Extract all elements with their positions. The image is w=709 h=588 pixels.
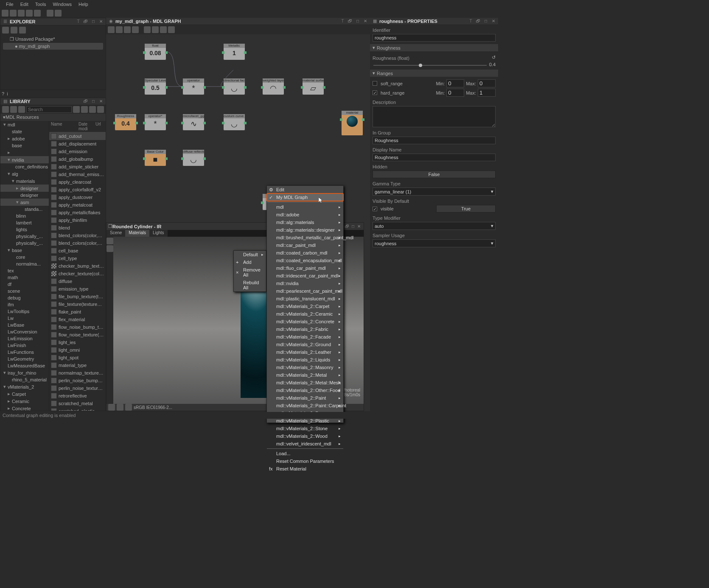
- library-item[interactable]: scratched_metal: [49, 400, 106, 407]
- home-icon[interactable]: [2, 106, 9, 113]
- graph-item[interactable]: ● my_mdl_graph: [3, 43, 103, 50]
- tab-scene[interactable]: Scene: [106, 230, 125, 237]
- tree-item[interactable]: LwGeometry: [0, 356, 49, 362]
- menu-item[interactable]: Reset Common Parameters: [267, 457, 343, 465]
- tree-item[interactable]: ▸Carpet: [0, 390, 49, 398]
- menu-item[interactable]: mdl::vMaterials_2::Stone: [267, 425, 343, 432]
- tree-item[interactable]: LwFunctions: [0, 349, 49, 356]
- library-item[interactable]: blend_colors(color,col...: [49, 239, 106, 247]
- restore-icon[interactable]: 🗗: [83, 19, 89, 25]
- library-item[interactable]: apply_metallicflakes: [49, 209, 106, 216]
- library-item[interactable]: emission_type: [49, 285, 106, 293]
- package-root[interactable]: ❒ Unsaved Package*: [3, 36, 103, 43]
- menu-item[interactable]: mdl: [267, 203, 343, 211]
- tree-item[interactable]: standa...: [0, 206, 49, 213]
- menu-item[interactable]: mdl::alg::materials::designer: [267, 226, 343, 234]
- tree-item[interactable]: ▾asm: [0, 199, 49, 206]
- menu-item[interactable]: +Add: [234, 258, 266, 266]
- library-item[interactable]: file_bump_texture(text...: [49, 293, 106, 300]
- menu-item[interactable]: mdl::car_paint_mdl: [267, 241, 343, 249]
- tool-icon[interactable]: [2, 27, 9, 34]
- library-item[interactable]: checker_texture(color,c...: [49, 270, 106, 277]
- library-item[interactable]: apply_clearcoat: [49, 178, 106, 186]
- tree-item[interactable]: LwFinish: [0, 342, 49, 349]
- sampler-select[interactable]: roughness▾: [373, 239, 496, 247]
- tree-item[interactable]: ▸Ceramic: [0, 398, 49, 405]
- graph-node-n_mat[interactable]: material: [341, 110, 363, 136]
- view-icon[interactable]: [89, 106, 96, 113]
- menu-item[interactable]: mdl::adobe: [267, 211, 343, 218]
- tab-materials[interactable]: Materials: [125, 230, 149, 237]
- tree-item[interactable]: lambert: [0, 219, 49, 226]
- library-item[interactable]: cell_type: [49, 255, 106, 262]
- close-icon[interactable]: ✕: [362, 18, 368, 24]
- tree-item[interactable]: ▾base: [0, 246, 49, 254]
- graph-node-n_base[interactable]: Base Color■: [144, 149, 166, 166]
- col-url[interactable]: Url: [95, 122, 104, 131]
- hard-max-input[interactable]: [478, 89, 496, 97]
- tool-icon[interactable]: [10, 10, 17, 17]
- menu-item[interactable]: ⚙Edit: [267, 186, 343, 193]
- graph-node-n_wl[interactable]: weighted layer◠: [262, 78, 284, 95]
- tree-item[interactable]: ▸designer: [0, 185, 49, 192]
- displayname-input[interactable]: Roughness: [373, 154, 496, 161]
- menu-item[interactable]: mdl::vMaterials_2::Paint::Carpaint: [267, 402, 343, 409]
- tree-item[interactable]: rhino_5_material: [0, 376, 49, 383]
- menu-item[interactable]: mdl::plastic_translucent_mdl: [267, 295, 343, 302]
- menu-item[interactable]: mdl::vMaterials_2::Other::Food: [267, 386, 343, 394]
- soft-range-checkbox[interactable]: [373, 81, 377, 86]
- hidden-button[interactable]: False: [373, 171, 496, 178]
- hard-range-checkbox[interactable]: [373, 90, 377, 95]
- tool-icon[interactable]: [19, 27, 26, 34]
- tree-item[interactable]: ▾nvidia: [0, 156, 49, 163]
- library-item[interactable]: cell_base: [49, 247, 106, 255]
- tree-item[interactable]: scene: [0, 288, 49, 294]
- library-item[interactable]: light_spot: [49, 354, 106, 361]
- library-item[interactable]: blend_colors(color,colo...: [49, 232, 106, 239]
- max-icon[interactable]: □: [483, 18, 489, 24]
- tool-icon[interactable]: [125, 404, 132, 411]
- menu-item[interactable]: mdl::coated_carbon_mdl: [267, 249, 343, 257]
- tree-item[interactable]: tex: [0, 267, 49, 274]
- tab-lights[interactable]: Lights: [149, 230, 168, 237]
- menu-item[interactable]: mdl::vMaterials_2::Leather: [267, 348, 343, 356]
- tree-item[interactable]: ▾alg: [0, 170, 49, 177]
- tree-item[interactable]: core_definitions: [0, 163, 49, 170]
- tree-item[interactable]: LwBase: [0, 322, 49, 328]
- menu-item[interactable]: mdl::vMaterials_2::Wood: [267, 432, 343, 440]
- tree-item[interactable]: ▸: [0, 149, 49, 156]
- library-item[interactable]: add_globalbump: [49, 155, 106, 163]
- graph-node-n_rough[interactable]: Roughness0.4: [115, 114, 137, 131]
- tree-item[interactable]: ▾mdl: [0, 121, 49, 128]
- menu-item[interactable]: mdl::vMaterials_2::Liquids: [267, 356, 343, 364]
- menu-item[interactable]: mdl::pearlescent_car_paint_mdl: [267, 287, 343, 295]
- menu-file[interactable]: File: [3, 1, 17, 8]
- tree-item[interactable]: ▾iray_for_rhino: [0, 369, 49, 376]
- library-item[interactable]: file_texture(texture_2d,...: [49, 300, 106, 308]
- tool-icon[interactable]: [152, 26, 159, 33]
- info-icon[interactable]: i: [7, 91, 8, 96]
- tree-item[interactable]: LwTooltips: [0, 308, 49, 315]
- tool-icon[interactable]: [108, 26, 115, 33]
- menu-item[interactable]: mdl::coated_encapsulation_mdl: [267, 257, 343, 264]
- close-icon[interactable]: ✕: [490, 18, 496, 24]
- menu-item[interactable]: Load...: [267, 450, 343, 457]
- gamma-select[interactable]: gamma_linear (1)▾: [373, 188, 496, 196]
- menu-item[interactable]: mdl::vMaterials_2::Carpet: [267, 302, 343, 310]
- tool-icon[interactable]: [34, 10, 41, 17]
- menu-item[interactable]: mdl::vMaterials_2::Metal::Mesh: [267, 379, 343, 386]
- library-item[interactable]: apply_thinfilm: [49, 216, 106, 224]
- tree-item[interactable]: LwMeasuredBase: [0, 362, 49, 369]
- library-item[interactable]: scratched_plastic: [49, 407, 106, 411]
- menu-item[interactable]: mdl::nvidia: [267, 280, 343, 287]
- library-item[interactable]: apply_metalcoat: [49, 201, 106, 209]
- tree-item[interactable]: LwEmission: [0, 335, 49, 342]
- menu-item[interactable]: mdl::brushed_metallic_car_paint_mdl: [267, 234, 343, 241]
- library-item[interactable]: add_simple_sticker: [49, 163, 106, 171]
- menu-item[interactable]: mdl::vMaterials_2::Paint: [267, 394, 343, 402]
- view-icon[interactable]: [97, 106, 104, 113]
- restore-icon[interactable]: 🗗: [347, 18, 353, 24]
- help-icon[interactable]: ?: [2, 91, 4, 96]
- menu-item[interactable]: Rebuild All: [234, 279, 266, 291]
- library-item[interactable]: perlin_noise_bump_text...: [49, 377, 106, 384]
